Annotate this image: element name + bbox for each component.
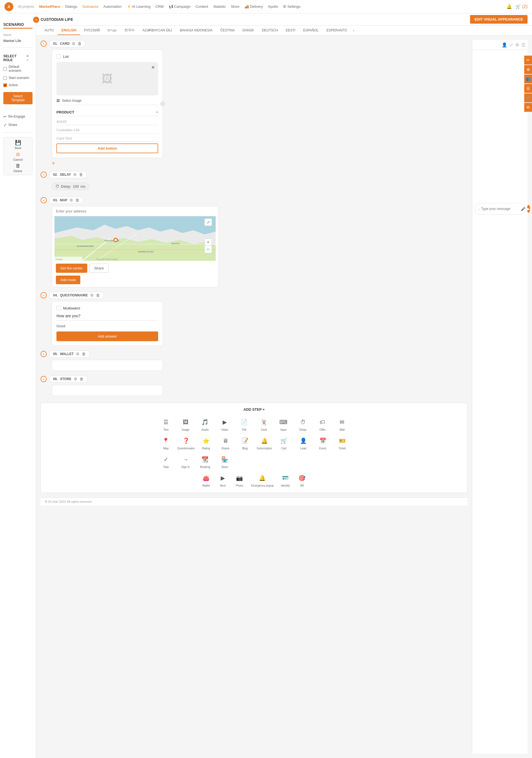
step-03-settings-icon[interactable]: ⚙ xyxy=(70,198,73,202)
edge-icon-mail[interactable]: ✉ xyxy=(524,103,532,112)
step-02-delete-icon[interactable]: 🗑 xyxy=(79,172,83,177)
chat-send-button[interactable]: ▶ xyxy=(527,205,530,213)
add-step-event[interactable]: 📅 Event xyxy=(314,434,332,451)
step-03-add[interactable]: + xyxy=(41,197,47,203)
add-step-lead[interactable]: 👤 Lead xyxy=(294,434,313,451)
add-step-iframe[interactable]: 🖥 Iframe xyxy=(216,434,235,451)
cart-icon[interactable]: 🛒 (2) xyxy=(515,4,528,9)
step-06-delete-icon[interactable]: 🗑 xyxy=(80,377,83,381)
add-step-mail[interactable]: ✉ Mail xyxy=(333,416,351,432)
step-01-settings-icon[interactable]: ⚙ xyxy=(72,41,75,46)
select-template-button[interactable]: Select Template xyxy=(3,92,33,104)
nav-scenarios[interactable]: Scenarios xyxy=(82,4,98,9)
nav-settings[interactable]: ⚙ Settings xyxy=(283,4,300,9)
card-add-below[interactable]: + xyxy=(52,160,468,167)
step-04-delete-icon[interactable]: 🗑 xyxy=(96,293,100,297)
add-step-next[interactable]: ▶ Next xyxy=(216,472,229,488)
add-step-video[interactable]: ▶ Video xyxy=(216,416,234,432)
step-04-add[interactable]: + xyxy=(41,292,47,298)
card-list-checkbox[interactable] xyxy=(56,54,61,59)
nav-crm[interactable]: CRM xyxy=(155,4,164,9)
add-step-subscription[interactable]: 🔔 Subscription xyxy=(255,434,274,451)
tab-russian[interactable]: РУССКИЙ xyxy=(80,26,104,35)
add-step-task[interactable]: ✓ Task xyxy=(157,453,175,470)
step-01-add[interactable]: + xyxy=(41,41,47,47)
tab-esperanto[interactable]: ESPERANTO xyxy=(322,26,351,35)
chat-message-input[interactable] xyxy=(478,207,519,211)
step-02-settings-icon[interactable]: ⚙ xyxy=(73,172,77,177)
tab-hebrew[interactable]: עברית xyxy=(104,26,121,35)
add-answer-button[interactable]: Add answer xyxy=(56,331,158,341)
user-avatar[interactable]: A xyxy=(4,2,13,11)
add-step-image[interactable]: 🖼 Image xyxy=(176,416,195,432)
add-route-button[interactable]: Add route xyxy=(56,276,80,284)
nav-automation[interactable]: Automation xyxy=(103,4,122,9)
step-05-settings-icon[interactable]: ⚙ xyxy=(76,352,80,356)
tab-german[interactable]: DEUTSCH xyxy=(258,26,282,35)
edge-icon-pencil[interactable]: ✏ xyxy=(524,55,532,64)
add-step-file[interactable]: 📄 File xyxy=(235,416,253,432)
panel-icon-person[interactable]: 👤 xyxy=(502,42,507,48)
tab-bahasa[interactable]: BAHASA INDONESIA xyxy=(176,26,216,35)
panel-icon-menu[interactable]: ☰ xyxy=(521,42,525,48)
add-step-ar[interactable]: 🎯 AR xyxy=(296,472,308,488)
tab-czech[interactable]: ČESTINA xyxy=(216,26,239,35)
add-step-cart[interactable]: 🛒 Cart xyxy=(275,434,293,451)
nav-all-projects[interactable]: All projects xyxy=(18,5,34,9)
share-action[interactable]: ⤤ Share xyxy=(3,122,33,127)
add-step-delay[interactable]: ⏱ Delay xyxy=(294,416,312,432)
multiselect-checkbox[interactable] xyxy=(56,306,61,310)
nav-marketplace[interactable]: MarketPlace xyxy=(39,4,60,9)
cancel-action[interactable]: ⊘ Cancel xyxy=(6,151,30,161)
add-step-emergency[interactable]: 🔔 Emergency popup xyxy=(250,472,275,488)
map-address-input[interactable] xyxy=(52,206,218,216)
step-03-delete-icon[interactable]: 🗑 xyxy=(75,198,79,202)
chat-mic-icon[interactable]: 🎤 xyxy=(521,207,525,211)
add-step-booking[interactable]: 📆 Booking xyxy=(196,453,214,470)
panel-icon-expand[interactable]: ⤢ xyxy=(510,42,513,48)
add-step-wallet[interactable]: 👛 Wallet xyxy=(200,472,212,488)
tab-spanish[interactable]: ESPAÑOL xyxy=(299,26,323,35)
add-step-questionnaire[interactable]: ❓ Questionnaire xyxy=(176,434,196,451)
edge-icon-cart[interactable]: 🛒 xyxy=(524,93,532,102)
nav-store[interactable]: Store xyxy=(231,4,239,9)
edge-icon-settings[interactable]: ⚙ xyxy=(524,65,532,74)
add-step-map[interactable]: 📍 Map xyxy=(157,434,175,451)
edge-icon-list[interactable]: ☰ xyxy=(524,84,532,93)
tab-korean[interactable]: 한국어 xyxy=(121,25,138,35)
nav-campaign[interactable]: 📢 Campaign xyxy=(169,4,191,9)
select-role-close[interactable]: ✕ ✓ xyxy=(26,54,33,62)
product-dropdown[interactable]: PRODUCT ▾ xyxy=(56,108,158,116)
step-06-add[interactable]: + xyxy=(41,376,47,382)
map-share-button[interactable]: Share xyxy=(89,263,109,273)
add-step-store[interactable]: 🏪 Store xyxy=(216,453,234,470)
step-02-add[interactable]: + xyxy=(41,172,47,178)
add-step-offer[interactable]: 🏷 Offer xyxy=(313,416,332,432)
active-checkbox[interactable] xyxy=(3,84,7,87)
add-step-input[interactable]: ⌨ Input xyxy=(274,416,292,432)
add-step-blog[interactable]: 📝 Blog xyxy=(236,434,254,451)
scenario-name-input[interactable] xyxy=(41,17,93,22)
nav-statistic[interactable]: Statistic xyxy=(213,4,226,9)
default-scenario-checkbox[interactable] xyxy=(3,67,7,71)
reengage-action[interactable]: ↩ Re-Engage xyxy=(3,114,33,119)
nav-delivery[interactable]: 🚚 Delivery xyxy=(245,4,263,9)
card-select-image-row[interactable]: 🖼 Select Image xyxy=(56,99,158,105)
bell-icon[interactable]: 🔔 xyxy=(507,4,512,9)
add-step-audio[interactable]: 🎵 Audio xyxy=(196,416,214,432)
edge-icon-people[interactable]: 👥 xyxy=(524,75,532,84)
add-step-ticket[interactable]: 🎫 Ticket xyxy=(333,434,351,451)
tab-auto[interactable]: AUTO xyxy=(41,26,57,35)
add-step-identity[interactable]: 🪪 Identity xyxy=(279,472,291,488)
add-step-photo[interactable]: 📷 Photo xyxy=(233,472,246,488)
step-05-delete-icon[interactable]: 🗑 xyxy=(82,352,85,356)
save-action[interactable]: 💾 Save xyxy=(6,140,30,150)
panel-icon-settings[interactable]: ⚙ xyxy=(515,42,519,48)
add-step-signin[interactable]: → Sign In xyxy=(176,453,195,470)
start-scenario-checkbox[interactable] xyxy=(3,76,7,80)
lang-more-button[interactable]: › xyxy=(351,26,356,35)
collapse-button[interactable]: « xyxy=(33,17,39,23)
delete-action[interactable]: 🗑 Delete xyxy=(6,163,30,173)
tab-azerbaijani[interactable]: AZƏRBAYCAN DİLİ xyxy=(138,26,176,35)
nav-content[interactable]: Content xyxy=(195,4,208,9)
